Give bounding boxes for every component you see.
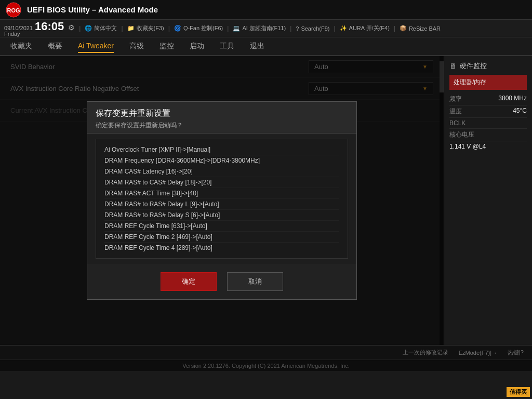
toolbar-ai-guide[interactable]: 💻 AI 超频指南(F11)	[233, 24, 286, 32]
search-label: Search(F9)	[301, 25, 329, 32]
version-text: Version 2.20.1276. Copyright (C) 2021 Am…	[182, 363, 350, 369]
toolbar-search[interactable]: ? Search(F9)	[296, 25, 329, 32]
svg-text:ROG: ROG	[7, 7, 20, 14]
hotkey-label[interactable]: 热键|?	[508, 349, 524, 356]
content-area: SVID Behavior Auto ▼ AVX Instruction Cor…	[0, 56, 532, 345]
last-change-label[interactable]: 上一次的修改记录	[403, 349, 448, 356]
change-list-item: DRAM RAS# to CAS# Delay [18]->[20]	[104, 177, 339, 188]
date-display: 09/10/2021 Friday	[4, 25, 33, 37]
temperature-value: 45°C	[513, 107, 527, 116]
header: ROG UEFI BIOS Utility – Advanced Mode	[0, 0, 532, 20]
dialog-subtitle: 确定要保存设置并重新启动吗？	[96, 121, 348, 130]
monitor-icon: 🖥	[449, 62, 457, 70]
change-list-item: DRAM RAS# to RAS# Delay S [6]->[Auto]	[104, 210, 339, 221]
navbar: 收藏夹 概要 Ai Tweaker 高级 监控 启动 工具 退出	[0, 37, 532, 56]
aura-icon: ✨	[340, 25, 347, 32]
sidebar-title-label: 硬件监控	[460, 61, 487, 71]
resizebar-icon: 📦	[400, 25, 407, 32]
temperature-label: 温度	[449, 107, 462, 116]
ez-mode-label[interactable]: EzMode(F7)|→	[459, 350, 497, 356]
watermark-badge: 值得买	[507, 387, 530, 397]
toolbar-language[interactable]: 🌐 简体中文	[85, 24, 117, 32]
monitor-frequency-row: 频率 3800 MHz	[449, 93, 527, 105]
resizebar-label: ReSize BAR	[409, 25, 441, 32]
toolbar-qfan[interactable]: 🌀 Q-Fan 控制(F6)	[174, 24, 223, 32]
voltage-detail-value: 1.141 V @L4	[449, 143, 486, 150]
change-list-item: DRAM RAS# ACT Time [38]->[40]	[104, 188, 339, 199]
sidebar-item-boot[interactable]: 启动	[190, 39, 204, 53]
bclk-label: BCLK	[449, 119, 466, 127]
qfan-label: Q-Fan 控制(F6)	[183, 24, 223, 32]
save-dialog: 保存变更并重新设置 确定要保存设置并重新启动吗？ Ai Overclock Tu…	[87, 101, 357, 300]
monitor-core-voltage-row: 核心电压	[449, 129, 527, 141]
toolbar-favorites[interactable]: 📁 收藏夹(F3)	[127, 24, 164, 32]
sidebar-item-exit[interactable]: 退出	[250, 39, 264, 53]
ai-guide-icon: 💻	[233, 25, 240, 32]
change-list-item: DRAM REF Cycle Time 4 [289]->[Auto]	[104, 243, 339, 253]
monitor-voltage-detail-row: 1.141 V @L4	[449, 141, 527, 152]
bios-title: UEFI BIOS Utility – Advanced Mode	[27, 5, 527, 14]
frequency-label: 频率	[449, 95, 462, 103]
dialog-header: 保存变更并重新设置 确定要保存设置并重新启动吗？	[87, 102, 356, 134]
settings-icon[interactable]: ⚙	[68, 23, 75, 32]
cancel-button[interactable]: 取消	[227, 272, 283, 291]
sidebar-item-tools[interactable]: 工具	[220, 39, 234, 53]
time-display: 16:05	[35, 20, 64, 33]
separator: |	[79, 25, 81, 32]
footer: 上一次的修改记录 EzMode(F7)|→ 热键|?	[0, 345, 532, 360]
toolbar-resize-bar[interactable]: 📦 ReSize BAR	[400, 25, 441, 32]
hardware-monitor-sidebar: 🖥 硬件监控 处理器/内存 频率 3800 MHz 温度 45°C BCLK 核…	[444, 56, 532, 345]
rog-logo: ROG	[5, 2, 22, 18]
dialog-footer: 确定 取消	[87, 264, 356, 299]
qfan-icon: 🌀	[174, 25, 181, 32]
change-list-item: DRAM RAS# to RAS# Delay L [9]->[Auto]	[104, 199, 339, 210]
main-content: SVID Behavior Auto ▼ AVX Instruction Cor…	[0, 56, 444, 345]
change-list-item: DRAM CAS# Latency [16]->[20]	[104, 166, 339, 177]
language-label: 简体中文	[94, 24, 117, 32]
search-icon: ?	[296, 25, 299, 32]
change-list-item: DRAM Frequency [DDR4-3600MHz]->[DDR4-380…	[104, 155, 339, 166]
change-list-item: DRAM REF Cycle Time 2 [469]->[Auto]	[104, 232, 339, 243]
monitor-bclk-row: BCLK	[449, 118, 527, 129]
toolbar: 09/10/2021 Friday 16:05 ⚙ | 🌐 简体中文 | 📁 收…	[0, 20, 532, 37]
toolbar-aura[interactable]: ✨ AURA 开/关(F4)	[340, 24, 390, 32]
monitor-temperature-row: 温度 45°C	[449, 105, 527, 118]
confirm-button[interactable]: 确定	[161, 272, 217, 291]
favorites-label: 收藏夹(F3)	[137, 24, 164, 32]
ai-guide-label: AI 超频指南(F11)	[242, 24, 286, 32]
language-icon: 🌐	[85, 25, 92, 32]
version-bar: Version 2.20.1276. Copyright (C) 2021 Am…	[0, 360, 532, 371]
frequency-value: 3800 MHz	[498, 95, 527, 103]
dialog-changes-list: Ai Overclock Tuner [XMP II]->[Manual]DRA…	[96, 139, 348, 259]
sidebar-title: 🖥 硬件监控	[449, 61, 527, 71]
sidebar-item-favorites[interactable]: 收藏夹	[10, 39, 32, 53]
sidebar-item-overview[interactable]: 概要	[48, 39, 62, 53]
sidebar-section-label: 处理器/内存	[449, 75, 527, 90]
dialog-overlay: 保存变更并重新设置 确定要保存设置并重新启动吗？ Ai Overclock Tu…	[0, 56, 444, 345]
dialog-title: 保存变更并重新设置	[96, 108, 348, 119]
sidebar-item-monitor[interactable]: 监控	[159, 39, 174, 53]
change-list-item: Ai Overclock Tuner [XMP II]->[Manual]	[104, 144, 339, 155]
sidebar-item-advanced[interactable]: 高级	[129, 39, 144, 53]
favorites-icon: 📁	[127, 25, 135, 32]
aura-label: AURA 开/关(F4)	[349, 24, 390, 32]
change-list-item: DRAM REF Cycle Time [631]->[Auto]	[104, 221, 339, 232]
sidebar-item-ai-tweaker[interactable]: Ai Tweaker	[78, 39, 114, 53]
core-voltage-label: 核心电压	[449, 130, 474, 139]
